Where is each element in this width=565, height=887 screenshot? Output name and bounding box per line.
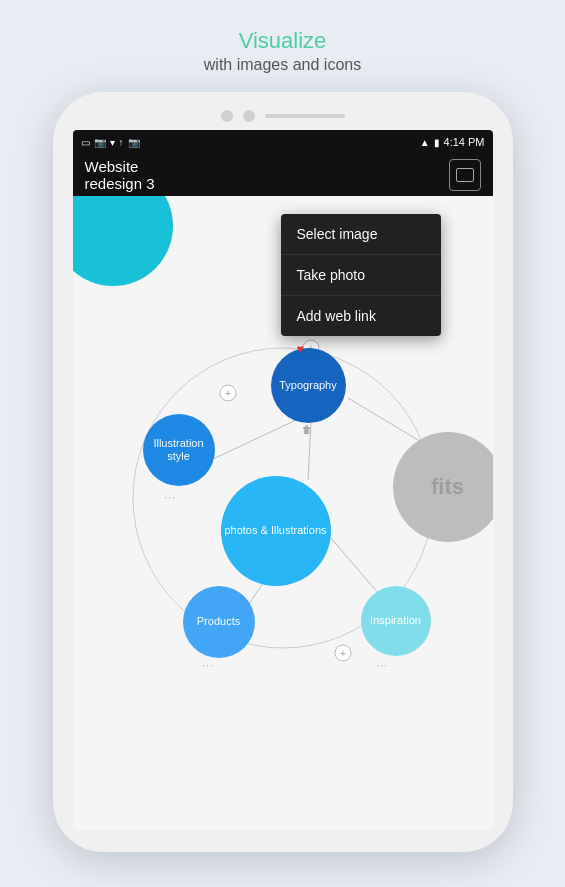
page-title: Visualize <box>204 28 361 54</box>
heart-icon: ♥ <box>297 342 304 356</box>
battery-full-icon: ▮ <box>434 137 440 148</box>
wifi-icon: ▲ <box>420 137 430 148</box>
trash-icon: 🗑 <box>302 424 312 435</box>
mindmap: + + + + Typography ♥ <box>73 196 493 830</box>
status-bar-left: ▭ 📷 ▾ ↑ 📷 <box>81 137 140 148</box>
node-illustration[interactable]: Illustration style <box>143 414 215 486</box>
phone-frame: ▭ 📷 ▾ ↑ 📷 ▲ ▮ 4:14 PM Websiteredesign 3 <box>53 92 513 852</box>
select-image-option[interactable]: Select image <box>281 214 441 254</box>
speaker-grille <box>265 114 345 118</box>
svg-text:+: + <box>225 388 231 399</box>
speaker-dot-right <box>243 110 255 122</box>
layout-icon <box>456 168 474 182</box>
app-title: Websiteredesign 3 <box>85 158 155 192</box>
dropdown-menu: Select image Take photo Add web link <box>281 214 441 336</box>
inspiration-dots: ··· <box>377 660 388 671</box>
battery-icon: ▭ <box>81 137 90 148</box>
header: Visualize with images and icons <box>204 0 361 92</box>
add-web-link-option[interactable]: Add web link <box>281 296 441 336</box>
take-photo-option[interactable]: Take photo <box>281 255 441 295</box>
node-inspiration[interactable]: Inspiration <box>361 586 431 656</box>
node-products[interactable]: Products <box>183 586 255 658</box>
node-photos[interactable]: photos & Illustrations <box>221 476 331 586</box>
illustration-dots: ··· <box>165 492 176 503</box>
app-bar: Websiteredesign 3 <box>73 154 493 196</box>
layout-icon-button[interactable] <box>449 159 481 191</box>
speaker-dot-left <box>221 110 233 122</box>
svg-text:+: + <box>340 648 346 659</box>
phone-screen: ▭ 📷 ▾ ↑ 📷 ▲ ▮ 4:14 PM Websiteredesign 3 <box>73 130 493 830</box>
node-typography[interactable]: Typography <box>271 348 346 423</box>
screen-content: + + + + Typography ♥ <box>73 196 493 830</box>
status-bar: ▭ 📷 ▾ ↑ 📷 ▲ ▮ 4:14 PM <box>73 130 493 154</box>
status-time: 4:14 PM <box>444 136 485 148</box>
camera-icon: 📷 <box>128 137 140 148</box>
status-bar-right: ▲ ▮ 4:14 PM <box>420 136 485 148</box>
svg-line-5 <box>348 398 428 446</box>
notification-icon: ▾ <box>110 137 115 148</box>
phone-icon: 📷 <box>94 137 106 148</box>
products-dots: ··· <box>203 660 214 671</box>
page-subtitle: with images and icons <box>204 56 361 74</box>
upload-icon: ↑ <box>119 137 124 148</box>
phone-top-bar <box>63 110 503 122</box>
fits-label: fits <box>431 474 464 500</box>
